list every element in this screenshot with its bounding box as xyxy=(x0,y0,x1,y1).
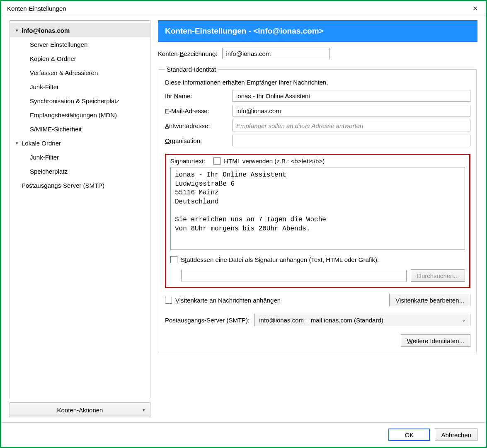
account-name-input[interactable] xyxy=(222,48,330,59)
tree-item-outgoing-smtp[interactable]: Postausgangs-Server (SMTP) xyxy=(10,178,150,192)
checkbox-icon xyxy=(170,256,177,263)
titlebar: Konten-Einstellungen ✕ xyxy=(1,1,486,16)
ok-button[interactable]: OK xyxy=(388,429,430,441)
tree-label: Speicherplatz xyxy=(28,168,68,175)
tree-label: Server-Einstellungen xyxy=(28,41,87,48)
signature-section: Signaturtext: HTML verwenden (z.B.: <b>f… xyxy=(165,154,470,288)
dialog-footer: OK Abbrechen xyxy=(1,422,486,447)
smtp-selected: info@ionas.com – mail.ionas.com (Standar… xyxy=(259,317,383,324)
more-identities-button[interactable]: Weitere Identitäten... xyxy=(401,334,470,347)
tree-item-local-folders[interactable]: ▾ Lokale Ordner xyxy=(10,136,150,150)
window-title: Konten-Einstellungen xyxy=(7,5,466,12)
use-html-checkbox[interactable]: HTML verwenden (z.B.: <b>fett</b>) xyxy=(213,157,325,165)
dialog-body: ▾ info@ionas.com Server-Einstellungen Ko… xyxy=(1,16,486,422)
signature-textarea[interactable] xyxy=(170,167,465,250)
email-label: E-Mail-Adresse: xyxy=(165,107,229,114)
tree-label: Empfangsbestätigungen (MDN) xyxy=(28,111,117,119)
tree-label: info@ionas.com xyxy=(20,27,70,34)
tree-label: Synchronisation & Speicherplatz xyxy=(28,97,119,104)
page-title: Konten-Einstellungen - <info@ionas.com> xyxy=(158,20,477,42)
chevron-down-icon[interactable]: ▾ xyxy=(14,140,20,146)
browse-button[interactable]: Durchsuchen... xyxy=(411,269,465,282)
org-label: Organisation: xyxy=(165,137,229,144)
sidebar: ▾ info@ionas.com Server-Einstellungen Ko… xyxy=(10,20,150,417)
tree-label: Kopien & Ordner xyxy=(28,55,76,62)
name-label: Ihr Name: xyxy=(165,92,229,99)
tree-item-copies[interactable]: Kopien & Ordner xyxy=(10,51,150,65)
attach-vcard-label: Visitenkarte an Nachrichten anhängen xyxy=(175,297,281,304)
email-input[interactable] xyxy=(233,105,470,116)
chevron-down-icon: ⌄ xyxy=(462,317,466,323)
tree-item-account[interactable]: ▾ info@ionas.com xyxy=(10,23,150,37)
account-tree: ▾ info@ionas.com Server-Einstellungen Ko… xyxy=(10,20,150,398)
tree-label: Junk-Filter xyxy=(28,154,59,161)
close-icon[interactable]: ✕ xyxy=(466,2,484,15)
tree-label: Postausgangs-Server (SMTP) xyxy=(20,182,104,189)
org-input[interactable] xyxy=(233,135,470,146)
tree-label: Verfassen & Adressieren xyxy=(28,69,98,76)
tree-item-local-storage[interactable]: Speicherplatz xyxy=(10,164,150,178)
tree-item-smime[interactable]: S/MIME-Sicherheit xyxy=(10,122,150,136)
tree-label: Junk-Filter xyxy=(28,83,59,90)
tree-item-junk[interactable]: Junk-Filter xyxy=(10,80,150,94)
identity-legend: Standard-Identität xyxy=(165,66,218,73)
tree-label: Lokale Ordner xyxy=(20,140,61,147)
tree-item-server[interactable]: Server-Einstellungen xyxy=(10,37,150,51)
signature-label: Signaturtext: xyxy=(170,157,205,165)
cancel-button[interactable]: Abbrechen xyxy=(435,429,477,441)
tree-item-compose[interactable]: Verfassen & Adressieren xyxy=(10,65,150,80)
tree-item-sync[interactable]: Synchronisation & Speicherplatz xyxy=(10,94,150,108)
tree-item-local-junk[interactable]: Junk-Filter xyxy=(10,150,150,164)
attach-file-label: Stattdessen eine Datei als Signatur anhä… xyxy=(181,256,379,263)
edit-vcard-button[interactable]: Visitenkarte bearbeiten... xyxy=(389,294,470,306)
account-name-label: Konten-Bezeichnung: xyxy=(158,50,217,57)
account-actions-button[interactable]: Konten-Aktionen ▾ xyxy=(10,402,150,417)
chevron-down-icon[interactable]: ▾ xyxy=(14,28,20,33)
attach-file-checkbox[interactable]: Stattdessen eine Datei als Signatur anhä… xyxy=(170,256,379,263)
reply-label: Antwortadresse: xyxy=(165,122,229,129)
dialog-window: Konten-Einstellungen ✕ ▾ info@ionas.com … xyxy=(0,0,487,448)
checkbox-icon xyxy=(165,297,172,304)
reply-input[interactable] xyxy=(233,120,470,131)
signature-file-input[interactable] xyxy=(181,270,407,281)
name-input[interactable] xyxy=(233,90,470,102)
tree-label: S/MIME-Sicherheit xyxy=(28,126,82,133)
smtp-select[interactable]: info@ionas.com – mail.ionas.com (Standar… xyxy=(254,314,470,326)
attach-vcard-checkbox[interactable]: Visitenkarte an Nachrichten anhängen xyxy=(165,297,281,304)
use-html-label: HTML verwenden (z.B.: <b>fett</b>) xyxy=(224,157,325,165)
tree-item-mdn[interactable]: Empfangsbestätigungen (MDN) xyxy=(10,108,150,122)
checkbox-icon xyxy=(213,157,220,165)
identity-fieldset: Standard-Identität Diese Informationen e… xyxy=(159,66,477,353)
chevron-down-icon: ▾ xyxy=(143,407,145,413)
identity-desc: Diese Informationen erhalten Empfänger I… xyxy=(165,79,470,86)
smtp-label: Postausgangs-Server (SMTP): xyxy=(165,317,250,324)
account-name-row: Konten-Bezeichnung: xyxy=(158,48,477,59)
account-actions-label: Konten-Aktionen xyxy=(57,407,103,414)
main-pane: Konten-Einstellungen - <info@ionas.com> … xyxy=(158,20,477,417)
